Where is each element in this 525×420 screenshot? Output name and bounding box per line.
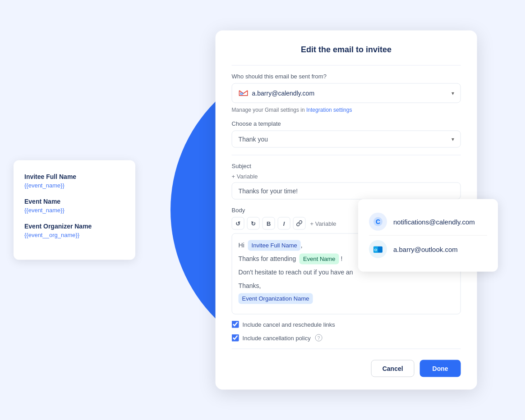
variable-label-organizer: Event Organizer Name (24, 223, 124, 230)
link-button[interactable] (293, 217, 306, 230)
body-reach-out: Don't hesitate to reach out if you have … (239, 269, 353, 276)
template-value: Thank you (239, 136, 268, 143)
subject-variable-add[interactable]: + Variable (232, 173, 461, 180)
from-chevron-icon: ▾ (451, 90, 454, 96)
from-select[interactable]: M a.barry@calendly.com ▾ (232, 83, 461, 103)
svg-text:C: C (376, 218, 380, 225)
org-tag: Event Organization Name (239, 293, 313, 304)
variable-value-invitee: {{event_name}} (24, 182, 124, 189)
body-line5: Event Organization Name (239, 293, 454, 304)
svg-text:M: M (240, 92, 243, 96)
body-exclaim: ! (341, 255, 342, 262)
variable-group-invitee: Invitee Full Name {{event_name}} (24, 173, 124, 189)
body-line4: Thanks, (239, 280, 454, 291)
template-chevron-icon: ▾ (451, 136, 454, 142)
checkbox-policy-label: Include cancellation policy (243, 334, 311, 341)
outlook-icon: O (369, 240, 387, 258)
sidebar-variables-card: Invitee Full Name {{event_name}} Event N… (14, 160, 135, 260)
sender-email-outlook: a.barry@outlook.com (393, 245, 458, 253)
sender-item-calendly[interactable]: C notifications@calendly.com (369, 208, 487, 235)
from-label: Who should this email be sent from? (232, 73, 461, 80)
gmail-hint-text: Manage your Gmail settings in (232, 107, 305, 113)
italic-button[interactable]: I (278, 217, 290, 230)
modal-footer: Cancel Done (232, 360, 461, 377)
done-button[interactable]: Done (420, 360, 461, 377)
checkbox-cancel[interactable] (232, 321, 239, 328)
checkbox-cancel-label: Include cancel and reschedule links (243, 321, 335, 328)
calendly-icon: C (369, 213, 387, 231)
checkbox-row-cancel: Include cancel and reschedule links (232, 321, 461, 328)
svg-text:O: O (374, 248, 377, 252)
undo-button[interactable]: ↺ (232, 217, 244, 230)
variable-label-event: Event Name (24, 198, 124, 205)
redo-button[interactable]: ↻ (247, 217, 260, 230)
template-select[interactable]: Thank you ▾ (232, 131, 461, 148)
gmail-icon: M (239, 88, 249, 98)
invitee-tag: Invitee Full Name (248, 240, 301, 251)
event-tag: Event Name (299, 254, 339, 265)
body-hi: Hi (239, 242, 244, 249)
variable-value-event: {{event_name}} (24, 207, 124, 214)
sender-dropdown-popup: C notifications@calendly.com O a.barry@o… (358, 199, 498, 272)
body-comma: , (301, 242, 303, 249)
subject-input[interactable] (232, 183, 461, 200)
policy-info-icon[interactable]: ? (315, 334, 322, 342)
variable-group-organizer: Event Organizer Name {{event__org_name}} (24, 223, 124, 238)
variable-value-organizer: {{event__org_name}} (24, 232, 124, 238)
from-email-value: a.barry@calendly.com (252, 90, 314, 97)
body-thanks-attending: Thanks for attending (239, 255, 296, 262)
checkbox-row-policy: Include cancellation policy ? (232, 334, 461, 342)
variable-group-event: Event Name {{event_name}} (24, 198, 124, 214)
sender-email-calendly: notifications@calendly.com (393, 218, 475, 225)
sender-item-outlook[interactable]: O a.barry@outlook.com (369, 235, 487, 263)
divider-top (232, 65, 461, 66)
subject-label: Subject (232, 163, 461, 169)
body-variable-add[interactable]: + Variable (310, 220, 336, 227)
body-thanks: Thanks, (239, 282, 261, 289)
gmail-hint: Manage your Gmail settings in Integratio… (232, 107, 461, 113)
subject-variable-add-text: + Variable (232, 173, 258, 180)
divider-mid (232, 155, 461, 155)
modal-title: Edit the email to invitee (232, 45, 461, 55)
checkbox-policy[interactable] (232, 334, 239, 342)
variable-label-invitee: Invitee Full Name (24, 173, 124, 180)
cancel-button[interactable]: Cancel (371, 360, 414, 377)
bold-button[interactable]: B (262, 217, 275, 230)
template-label: Choose a template (232, 120, 461, 127)
integration-settings-link[interactable]: Integration settings (306, 107, 352, 113)
divider-footer (232, 349, 461, 349)
